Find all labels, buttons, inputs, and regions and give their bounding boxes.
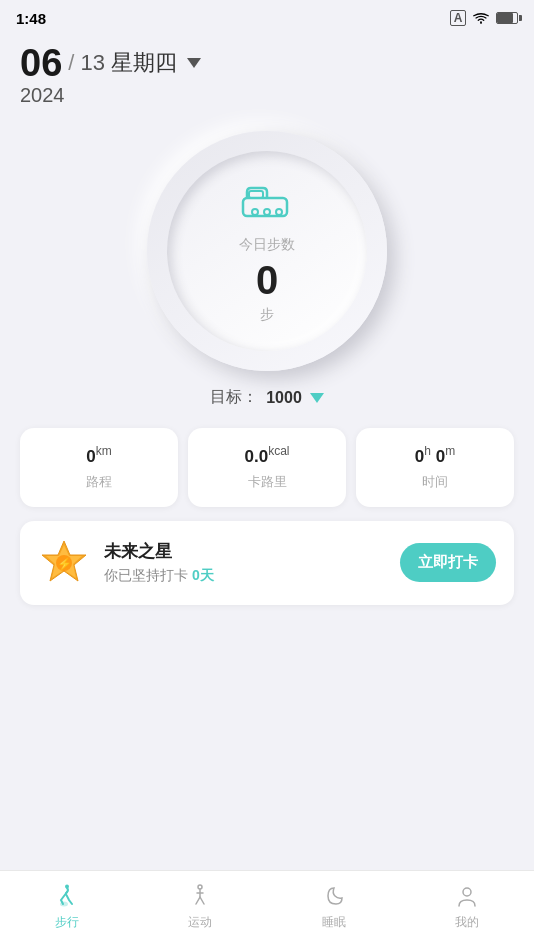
badge-title: 未来之星 — [104, 540, 386, 563]
date-slash: / — [68, 50, 74, 76]
nav-item-mine[interactable]: 我的 — [401, 882, 535, 939]
a-icon: A — [450, 10, 466, 26]
stat-name-time: 时间 — [422, 473, 448, 491]
day-number: 13 — [80, 50, 104, 76]
main-content: 今日步数 0 步 目标： 1000 0km 路程 0.0kcal 卡路里 0h … — [0, 131, 534, 605]
badge-star-icon: ⚡ — [38, 537, 90, 589]
date-dropdown-arrow[interactable] — [187, 58, 201, 68]
exercise-icon — [186, 882, 214, 910]
svg-point-10 — [65, 885, 69, 889]
svg-point-4 — [276, 209, 282, 215]
svg-point-2 — [252, 209, 258, 215]
stat-value-distance: 0km — [86, 444, 111, 467]
sleep-icon — [320, 882, 348, 910]
step-count: 0 — [256, 260, 278, 300]
svg-text:⚡: ⚡ — [57, 556, 72, 571]
stat-value-time: 0h 0m — [415, 444, 455, 467]
shoe-icon — [235, 178, 299, 226]
step-label: 今日步数 — [239, 236, 295, 254]
wifi-icon — [472, 11, 490, 25]
nav-item-walk[interactable]: 步行 — [0, 882, 134, 939]
stat-name-calories: 卡路里 — [248, 473, 287, 491]
nav-label-exercise: 运动 — [188, 914, 212, 931]
stat-value-calories: 0.0kcal — [245, 444, 290, 467]
bottom-nav: 步行 运动 睡眠 我的 — [0, 870, 534, 950]
nav-item-exercise[interactable]: 运动 — [134, 882, 268, 939]
mine-icon — [453, 882, 481, 910]
header: 06 / 13 星期四 2024 — [0, 36, 534, 111]
badge-subtitle: 你已坚持打卡 0天 — [104, 567, 386, 585]
checkin-button[interactable]: 立即打卡 — [400, 543, 496, 582]
badge-card: ⚡ 未来之星 你已坚持打卡 0天 立即打卡 — [20, 521, 514, 605]
status-icons: A — [450, 10, 518, 26]
year: 2024 — [20, 84, 514, 107]
stats-row: 0km 路程 0.0kcal 卡路里 0h 0m 时间 — [20, 428, 514, 507]
stat-card-time: 0h 0m 时间 — [356, 428, 514, 507]
svg-point-12 — [463, 888, 471, 896]
walk-icon — [53, 882, 81, 910]
stat-card-distance: 0km 路程 — [20, 428, 178, 507]
nav-item-sleep[interactable]: 睡眠 — [267, 882, 401, 939]
stat-name-distance: 路程 — [86, 473, 112, 491]
step-unit: 步 — [260, 306, 274, 324]
circle-inner: 今日步数 0 步 — [167, 151, 367, 351]
goal-row[interactable]: 目标： 1000 — [20, 387, 514, 408]
goal-value: 1000 — [266, 389, 302, 407]
status-time: 1:48 — [16, 10, 46, 27]
weekday: 星期四 — [111, 48, 177, 78]
badge-days: 0天 — [192, 567, 214, 583]
goal-dropdown-arrow[interactable] — [310, 393, 324, 403]
status-bar: 1:48 A — [0, 0, 534, 36]
step-counter-circle: 今日步数 0 步 — [20, 131, 514, 371]
battery-icon — [496, 12, 518, 24]
svg-point-3 — [264, 209, 270, 215]
goal-label: 目标： — [210, 387, 258, 408]
circle-outer: 今日步数 0 步 — [147, 131, 387, 371]
nav-label-mine: 我的 — [455, 914, 479, 931]
nav-label-walk: 步行 — [55, 914, 79, 931]
stat-card-calories: 0.0kcal 卡路里 — [188, 428, 346, 507]
month-number: 06 — [20, 44, 62, 82]
badge-info: 未来之星 你已坚持打卡 0天 — [104, 540, 386, 585]
nav-label-sleep: 睡眠 — [322, 914, 346, 931]
date-row: 06 / 13 星期四 — [20, 44, 514, 82]
